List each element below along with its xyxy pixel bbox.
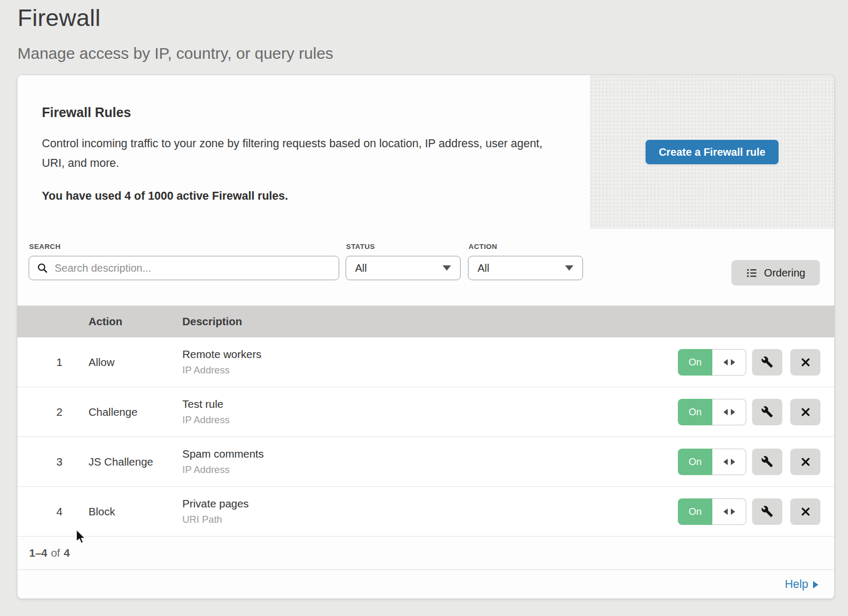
- rule-priority: 2: [17, 406, 89, 418]
- edit-rule-button[interactable]: [752, 498, 782, 525]
- rule-match-type: URI Path: [182, 514, 678, 525]
- pagination: 1–4 of 4: [17, 537, 834, 569]
- search-filter: SEARCH: [29, 243, 339, 280]
- toggle-on-label: On: [678, 498, 712, 525]
- column-header-description: Description: [182, 315, 834, 328]
- rule-enabled-toggle[interactable]: On: [678, 349, 746, 376]
- rule-enabled-toggle[interactable]: On: [678, 498, 746, 525]
- toggle-on-label: On: [678, 349, 712, 376]
- x-icon: [800, 407, 811, 417]
- rule-description: Private pages: [182, 497, 678, 510]
- rule-match-type: IP Address: [182, 414, 678, 426]
- create-firewall-rule-button[interactable]: Create a Firewall rule: [646, 140, 779, 164]
- search-label: SEARCH: [29, 243, 339, 251]
- intro-section: Firewall Rules Control incoming traffic …: [17, 75, 834, 229]
- help-link[interactable]: Help: [785, 578, 818, 591]
- create-rule-panel: Create a Firewall rule: [590, 75, 834, 229]
- toggle-on-label: On: [678, 399, 712, 425]
- intro-text: Firewall Rules Control incoming traffic …: [17, 75, 590, 229]
- search-icon: [37, 262, 48, 274]
- rule-controls: On: [678, 498, 834, 525]
- rule-action: Allow: [89, 356, 182, 369]
- rule-description: Test rule: [182, 398, 678, 410]
- pagination-range: 1–4: [29, 547, 47, 559]
- rule-description: Remote workers: [182, 348, 678, 361]
- wrench-icon: [761, 356, 773, 368]
- ordering-button[interactable]: Ordering: [731, 260, 820, 285]
- table-row: 1 Allow Remote workers IP Address On: [17, 337, 834, 387]
- action-select-value: All: [478, 262, 489, 274]
- left-right-arrows-icon: [712, 399, 746, 425]
- rule-action: Challenge: [89, 406, 182, 418]
- edit-rule-button[interactable]: [752, 349, 782, 376]
- action-select[interactable]: All: [468, 256, 583, 280]
- help-link-label: Help: [785, 578, 808, 591]
- left-right-arrows-icon: [712, 349, 746, 376]
- rule-action: JS Challenge: [89, 456, 182, 468]
- rule-priority: 1: [17, 356, 89, 369]
- caret-down-icon: [565, 265, 573, 271]
- wrench-icon: [761, 505, 773, 517]
- page-header: Firewall Manage access by IP, country, o…: [17, 0, 333, 63]
- rule-priority: 3: [17, 456, 89, 468]
- edit-rule-button[interactable]: [752, 399, 782, 425]
- rule-match-type: IP Address: [182, 364, 678, 376]
- card-footer: Help: [17, 569, 834, 599]
- filters-bar: SEARCH STATUS All ACTION All: [17, 229, 834, 306]
- rule-description: Spam comments: [182, 448, 678, 460]
- status-label: STATUS: [346, 243, 461, 251]
- search-box[interactable]: [29, 256, 339, 280]
- table-row: 2 Challenge Test rule IP Address On: [17, 387, 834, 437]
- usage-note: You have used 4 of 1000 active Firewall …: [42, 190, 553, 203]
- action-label: ACTION: [469, 243, 583, 251]
- edit-rule-button[interactable]: [752, 449, 782, 475]
- wrench-icon: [761, 456, 773, 468]
- search-input[interactable]: [54, 262, 332, 275]
- column-header-action: Action: [89, 315, 182, 328]
- action-filter: ACTION All: [468, 243, 583, 280]
- rule-controls: On: [678, 349, 834, 376]
- pagination-total: 4: [64, 547, 69, 559]
- screen: { "page": { "title": "Firewall", "subtit…: [0, 0, 848, 616]
- firewall-rules-card: Firewall Rules Control incoming traffic …: [17, 75, 834, 599]
- delete-rule-button[interactable]: [790, 399, 820, 425]
- rule-description-cell: Private pages URI Path: [182, 497, 678, 525]
- table-row: 4 Block Private pages URI Path On: [17, 487, 834, 537]
- delete-rule-button[interactable]: [790, 498, 820, 525]
- rule-match-type: IP Address: [182, 464, 678, 476]
- left-right-arrows-icon: [712, 449, 746, 475]
- caret-down-icon: [443, 265, 451, 271]
- status-select-value: All: [355, 262, 367, 274]
- rule-enabled-toggle[interactable]: On: [678, 399, 746, 425]
- x-icon: [800, 357, 811, 368]
- ordered-list-icon: [746, 267, 757, 279]
- triangle-right-icon: [813, 581, 818, 588]
- left-right-arrows-icon: [712, 498, 746, 525]
- delete-rule-button[interactable]: [790, 349, 820, 376]
- x-icon: [800, 457, 811, 467]
- rule-action: Block: [89, 505, 182, 518]
- rule-description-cell: Test rule IP Address: [182, 398, 678, 426]
- rule-priority: 4: [17, 505, 89, 518]
- section-title: Firewall Rules: [42, 105, 553, 120]
- rule-controls: On: [678, 449, 834, 475]
- status-select[interactable]: All: [346, 256, 461, 280]
- pagination-of: of: [51, 547, 60, 559]
- toggle-on-label: On: [678, 449, 712, 475]
- table-row: 3 JS Challenge Spam comments IP Address …: [17, 437, 834, 487]
- x-icon: [800, 506, 811, 517]
- rule-controls: On: [678, 399, 834, 425]
- rule-description-cell: Remote workers IP Address: [182, 348, 678, 376]
- page-title: Firewall: [17, 4, 333, 32]
- page-subtitle: Manage access by IP, country, or query r…: [17, 44, 333, 63]
- section-description: Control incoming traffic to your zone by…: [42, 134, 551, 173]
- delete-rule-button[interactable]: [790, 449, 820, 475]
- rule-description-cell: Spam comments IP Address: [182, 448, 678, 476]
- ordering-button-label: Ordering: [764, 267, 806, 279]
- status-filter: STATUS All: [346, 243, 461, 280]
- wrench-icon: [761, 406, 773, 418]
- table-header: Action Description: [17, 306, 834, 337]
- rule-enabled-toggle[interactable]: On: [678, 449, 746, 475]
